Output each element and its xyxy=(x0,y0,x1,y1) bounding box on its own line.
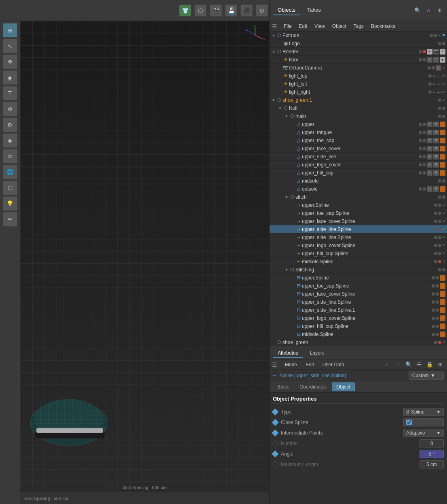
tree-row-midsole[interactable]: △ midsole xyxy=(270,177,447,185)
paint-btn[interactable]: ✏ xyxy=(3,212,17,227)
attr-search-btn[interactable]: 🔍 xyxy=(404,360,413,369)
globe-btn[interactable]: 🌐 xyxy=(3,165,17,179)
tree-row-st-midsole-spline[interactable]: ⊞ midsole.Spline xyxy=(270,330,447,338)
attr-list-btn[interactable]: ☰ xyxy=(415,360,424,369)
attr-lock-btn[interactable]: 🔒 xyxy=(425,360,434,369)
tree-row-extrude[interactable]: ▼ ⬡ Extrude ✓ ⚑ xyxy=(270,32,447,40)
toolbar-save-btn[interactable]: 💾 xyxy=(225,4,237,17)
home-icon-btn[interactable]: ⌂ xyxy=(424,6,433,15)
tree-row-shoe-green[interactable]: ⬡ shoe_green ✓ xyxy=(270,338,447,346)
toolbar-hex-btn[interactable]: ⬡ xyxy=(194,4,207,17)
tree-row-upper[interactable]: △ upper R ⚑ xyxy=(270,120,447,128)
tree-row-upper-logo-spline[interactable]: ~ upper_logo_cover.Spline ✓ xyxy=(270,242,447,250)
close-spline-checkbox[interactable] xyxy=(406,420,412,425)
tree-row-st-upper-hill-spline[interactable]: ⊞ upper_hill_cup.Spline xyxy=(270,322,447,330)
attr-tab-attributes[interactable]: Attributes xyxy=(273,349,303,358)
node-btn[interactable]: ⬡ xyxy=(3,181,17,195)
toolbar-shirt-btn[interactable]: 👕 xyxy=(179,4,191,17)
tree-row-upper-logo-cover[interactable]: △ upper_logo_cover R ⚑ xyxy=(270,161,447,169)
prop-tab-object[interactable]: Object xyxy=(332,382,355,391)
tree-row-upper-lace-cover[interactable]: △ upper_lace_cover R ⚑ xyxy=(270,145,447,153)
layers-btn[interactable]: ⧉ xyxy=(3,149,17,164)
tree-row-upper-toe-cap[interactable]: △ upper_toe_cap R ⚑ xyxy=(270,136,447,145)
preset-dropdown[interactable]: Custom ▼ xyxy=(409,372,444,380)
attr-expand-btn[interactable]: ⊞ xyxy=(436,360,445,369)
tree-row-null[interactable]: ▼ ⬡ Null xyxy=(270,104,447,112)
attr-mode-item[interactable]: Mode xyxy=(282,361,300,368)
tree-row-upper-toe-spline[interactable]: ~ upper_toe_cap.Spline ✓ xyxy=(270,209,447,217)
cursor-btn[interactable]: ↖ xyxy=(3,39,17,53)
max-length-diamond[interactable] xyxy=(272,461,279,468)
tree-row-main[interactable]: ▼ ⬡ main xyxy=(270,112,447,120)
tree-row-logo[interactable]: ▣ Logo xyxy=(270,40,447,48)
attr-tab-layers[interactable]: Layers xyxy=(305,349,329,358)
prop-tab-basic[interactable]: Basic xyxy=(273,382,293,391)
attr-hamburger-icon[interactable]: ☰ xyxy=(272,361,277,368)
tree-row-midsole-spline[interactable]: ~ midsole.Spline ✓ xyxy=(270,258,447,266)
text-btn[interactable]: T xyxy=(3,86,17,101)
attr-userdata-item[interactable]: User Data xyxy=(319,361,348,368)
type-value[interactable]: B-Spline ▼ xyxy=(403,408,444,416)
menu-edit[interactable]: Edit xyxy=(295,23,310,30)
prop-tab-coordinates[interactable]: Coordinates xyxy=(295,382,330,391)
tree-row-floor[interactable]: ☀ floor R T ■ xyxy=(270,56,447,64)
attr-edit-item[interactable]: Edit xyxy=(302,361,317,368)
number-diamond[interactable] xyxy=(272,440,279,447)
tree-row-upper-tongue[interactable]: △ upper_tongue R ⚑ xyxy=(270,128,447,136)
hamburger-icon[interactable]: ☰ xyxy=(272,23,277,29)
close-spline-value[interactable] xyxy=(403,418,444,426)
close-spline-diamond[interactable] xyxy=(272,419,279,426)
tree-row-render[interactable]: ▼ ⬡ Render R 📷 T xyxy=(270,48,447,56)
viewport-btn[interactable]: ⊞ xyxy=(3,23,17,38)
number-value[interactable]: 8 xyxy=(420,439,444,447)
menu-view[interactable]: View xyxy=(311,23,328,30)
tree-row-st-upper-toe-spline[interactable]: ⊞ upper_toe_cap.Spline xyxy=(270,282,447,290)
tree-row-light-left[interactable]: ☀ light_left ✓ — ⊙ xyxy=(270,80,447,88)
toolbar-box-btn[interactable]: ⬛ xyxy=(240,4,253,17)
menu-object[interactable]: Object xyxy=(329,23,350,30)
object-tree[interactable]: ▼ ⬡ Extrude ✓ ⚑ ▣ Logo ▼ ⬡ Render xyxy=(270,32,447,346)
angle-diamond[interactable] xyxy=(272,451,279,458)
tree-row-light-top[interactable]: ☀ light_top ✓ — ⊙ xyxy=(270,72,447,80)
tree-row-octcam[interactable]: 📷 OctaneCamera C ✕ xyxy=(270,64,447,72)
angle-value[interactable]: 5 ° xyxy=(420,450,444,458)
tree-row-upper-side-line-spline2[interactable]: ~ upper_side_line.Spline ✓ xyxy=(270,233,447,242)
tree-row-upper-hill-cup[interactable]: △ upper_hill_cup R ⚑ xyxy=(270,169,447,177)
box3d-btn[interactable]: ▣ xyxy=(3,70,17,85)
toolbar-film-btn[interactable]: 🎬 xyxy=(210,4,222,17)
gear-btn[interactable]: ⚙ xyxy=(3,118,17,132)
tree-row-upper-lace-spline[interactable]: ~ upper_lace_cover.Spline ✓ xyxy=(270,217,447,225)
intermediate-value[interactable]: Adaptive ▼ xyxy=(403,429,444,437)
attr-up-btn[interactable]: ↑ xyxy=(394,360,403,369)
light-btn[interactable]: 💡 xyxy=(3,196,17,211)
menu-bookmarks[interactable]: Bookmarks xyxy=(368,23,399,30)
tree-row-outsole[interactable]: △ outsole R ⚑ xyxy=(270,185,447,193)
tree-row-stitch[interactable]: ▼ ⬡ stitch xyxy=(270,193,447,201)
tree-row-upper-side-line-spline[interactable]: ~ upper_side_line.Spline ✓ xyxy=(270,225,447,233)
toolbar-target-btn[interactable]: ⊙ xyxy=(256,4,268,17)
tree-row-upper-side-line[interactable]: △ upper_side_line R ⚑ xyxy=(270,153,447,161)
tree-row-st-upper-lace-spline[interactable]: ⊞ upper_lace_cover.Spline xyxy=(270,290,447,298)
viewport-3d[interactable]: X Y Z Grid Spacing : 500 cm xyxy=(20,21,269,492)
tree-row-upper-hill-spline[interactable]: ~ upper_hill_cup.Spline ✓ xyxy=(270,250,447,258)
move-btn[interactable]: ✥ xyxy=(3,55,17,69)
layout-icon-btn[interactable]: ⊞ xyxy=(435,6,444,15)
tree-row-shoe-green-1[interactable]: ▼ ⬡ shoe_green.1 ✓ xyxy=(270,96,447,104)
menu-tags[interactable]: Tags xyxy=(350,23,367,30)
tree-row-st-upper-logo-spline[interactable]: ⊞ upper_logo_cover.Spline xyxy=(270,314,447,322)
transform-btn[interactable]: ⊛ xyxy=(3,102,17,116)
max-length-value[interactable]: 5 cm xyxy=(420,460,444,468)
tree-row-st-upper-side-spline1[interactable]: ⊞ upper_side_line.Spline.1 xyxy=(270,306,447,314)
menu-file[interactable]: File xyxy=(280,23,295,30)
type-diamond[interactable] xyxy=(272,409,279,416)
tab-objects[interactable]: Objects xyxy=(273,5,300,15)
search-icon-btn[interactable]: 🔍 xyxy=(413,6,422,15)
attr-back-btn[interactable]: ← xyxy=(383,360,392,369)
intermediate-diamond[interactable] xyxy=(272,430,279,437)
tree-row-light-right[interactable]: ☀ light_right ✓ — ⊙ xyxy=(270,88,447,96)
tree-row-upper-spline[interactable]: ~ upper.Spline ✓ xyxy=(270,201,447,209)
tree-row-st-upper-spline[interactable]: ⊞ upper.Spline xyxy=(270,274,447,282)
tree-row-stitching[interactable]: ▼ ⬡ Stitching xyxy=(270,266,447,274)
select-btn[interactable]: ◈ xyxy=(3,133,17,148)
tab-takes[interactable]: Takes xyxy=(302,5,326,15)
